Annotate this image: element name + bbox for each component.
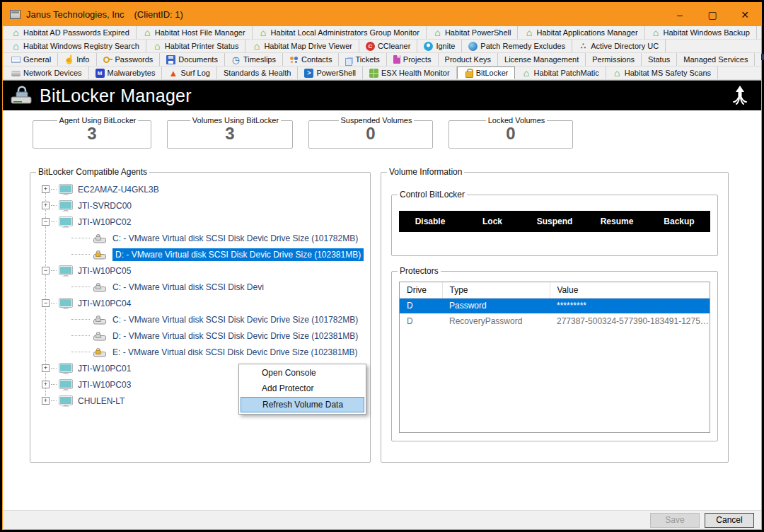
- expand-toggle[interactable]: +: [42, 185, 50, 193]
- tab-habitat-windows-registry-search[interactable]: ⌂Habitat Windows Registry Search: [5, 40, 146, 52]
- save-button[interactable]: Save: [650, 513, 700, 528]
- expand-toggle[interactable]: +: [42, 381, 50, 388]
- cancel-button[interactable]: Cancel: [705, 513, 754, 528]
- tab-product-keys[interactable]: Product Keys: [439, 53, 498, 66]
- tab-permissions[interactable]: Permissions: [586, 53, 642, 66]
- tree-drive-c-vmware-virtual-disk-sc[interactable]: C: - VMware Virtual disk SCSI Disk Devic…: [39, 230, 370, 246]
- home-icon: ⌂: [143, 28, 152, 37]
- tab-habitat-applications-manager[interactable]: ⌂Habitat Applications Manager: [518, 26, 644, 39]
- tree-connector: [51, 205, 57, 206]
- disable-button[interactable]: Disable: [399, 211, 461, 232]
- tree-connector: [71, 238, 90, 238]
- tab-timeslips[interactable]: ◷Timeslips: [225, 53, 283, 66]
- minimize-button[interactable]: –: [664, 3, 696, 26]
- tree-computer-jti-w10pc02[interactable]: −JTI-W10PC02: [39, 214, 370, 230]
- cell-type: Password: [442, 298, 550, 313]
- menu-item-refresh-volume-data[interactable]: Refresh Volume Data: [241, 397, 364, 412]
- tab-habitat-ms-safety-scans[interactable]: ⌂Habitat MS Safety Scans: [606, 66, 718, 79]
- tab-computers[interactable]: Computers: [755, 53, 764, 66]
- tree-computer-jti-w10pc05[interactable]: −JTI-W10PC05: [39, 262, 370, 279]
- tab-info[interactable]: ☝Info: [58, 53, 96, 66]
- tab-habitat-patchmatic[interactable]: ⌂Habitat PatchMatic: [515, 66, 606, 79]
- tab-network-devices[interactable]: Network Devices: [5, 66, 89, 79]
- stat-value: 3: [168, 125, 292, 143]
- tab-standards-health[interactable]: Standards & Health: [217, 66, 298, 79]
- tree-connector: [71, 287, 90, 287]
- tab-ccleaner[interactable]: CCCleaner: [359, 40, 417, 52]
- tab-label: Habitat Map Drive Viewer: [264, 42, 352, 50]
- tab-row-4: Network DevicesMMalwarebytes▲Surf LogSta…: [3, 66, 761, 80]
- main-content: Agent Using BitLocker3Volumes Using BitL…: [3, 110, 761, 510]
- maximize-button[interactable]: ▢: [696, 3, 729, 26]
- tab-status[interactable]: Status: [642, 53, 677, 66]
- tree-drive-e-vmware-virtual-disk-sc[interactable]: E: - VMware Virtual disk SCSI Disk Devic…: [39, 344, 370, 360]
- tab-habitat-powershell[interactable]: ⌂Habitat PowerShell: [427, 26, 519, 39]
- resume-button[interactable]: Resume: [586, 211, 648, 232]
- globe-icon: [468, 42, 478, 51]
- menu-item-open-console[interactable]: Open Console: [241, 366, 364, 381]
- backup-button[interactable]: Backup: [648, 211, 710, 232]
- tab-ignite[interactable]: Ignite: [417, 40, 462, 52]
- close-button[interactable]: ✕: [729, 3, 761, 26]
- suspend-button[interactable]: Suspend: [523, 211, 586, 232]
- protectors-listview: DriveTypeValue DPassword*********DRecove…: [399, 282, 710, 433]
- tree-computer-jti-w10pc04[interactable]: −JTI-W10PC04: [39, 295, 370, 311]
- tab-habitat-windows-backup[interactable]: ⌂Habitat Windows Backup: [645, 26, 757, 39]
- tab-managed-services[interactable]: Managed Services: [677, 53, 755, 66]
- drive-locked-icon: [93, 347, 108, 357]
- tree-drive-d-vmware-virtual-disk-sc[interactable]: D: - VMware Virtual disk SCSI Disk Devic…: [39, 246, 370, 262]
- tree-computer-jti-svrdc00[interactable]: +JTI-SVRDC00: [39, 197, 370, 214]
- tab-surf-log[interactable]: ▲Surf Log: [162, 66, 217, 79]
- tab-habitat-printer-status[interactable]: ⌂Habitat Printer Status: [146, 40, 246, 52]
- tab-contacts[interactable]: Contacts: [283, 53, 339, 66]
- tab-projects[interactable]: Projects: [387, 53, 439, 66]
- tree-connector: [51, 303, 57, 303]
- expand-toggle[interactable]: +: [42, 364, 50, 372]
- home-icon: ⌂: [259, 28, 268, 37]
- cell-value: *********: [550, 298, 710, 313]
- tab-habitat-ad-passwords-expired[interactable]: ⌂Habitat AD Passwords Expired: [5, 26, 137, 39]
- tree-drive-c-vmware-virtual-disk-sc[interactable]: C: - VMware Virtual disk SCSI Disk Devic…: [39, 311, 370, 328]
- home-icon: ⌂: [11, 28, 21, 37]
- column-header-type[interactable]: Type: [442, 282, 550, 298]
- drive-unlocked-icon: [93, 282, 108, 292]
- tab-label: Passwords: [115, 55, 154, 64]
- tab-malwarebytes[interactable]: MMalwarebytes: [89, 66, 163, 79]
- window-controls: – ▢ ✕: [664, 3, 761, 26]
- tab-label: Status: [648, 55, 670, 64]
- menu-item-add-protector[interactable]: Add Protector: [241, 381, 364, 397]
- tree-drive-d-vmware-virtual-disk-sc[interactable]: D: - VMware Virtual disk SCSI Disk Devic…: [39, 328, 370, 344]
- tree-node-label: JTI-W10PC01: [78, 364, 131, 374]
- tab-habitat-map-drive-viewer[interactable]: ⌂Habitat Map Drive Viewer: [245, 40, 359, 52]
- tab-habitat-host-file-manager[interactable]: ⌂Habitat Host File Manager: [137, 26, 253, 39]
- tree-node-label: C: - VMware Virtual disk SCSI Disk Devi: [112, 282, 264, 292]
- stat-label: Suspended Volumes: [339, 116, 415, 125]
- tab-documents[interactable]: Documents: [160, 53, 225, 66]
- tab-general[interactable]: General: [5, 53, 58, 66]
- tree-drive-c-vmware-virtual-disk-sc[interactable]: C: - VMware Virtual disk SCSI Disk Devi: [39, 279, 370, 295]
- tab-powershell[interactable]: >PowerShell: [298, 66, 363, 79]
- tab-bitlocker[interactable]: BitLocker: [457, 66, 516, 79]
- lock-button[interactable]: Lock: [461, 211, 523, 232]
- cell-drive: D: [400, 298, 442, 313]
- tab-habitat-local-administrators-group-monitor[interactable]: ⌂Habitat Local Administrators Group Moni…: [253, 26, 427, 39]
- expand-toggle[interactable]: −: [42, 299, 50, 307]
- expand-toggle[interactable]: +: [42, 202, 50, 209]
- home-icon: ⌂: [11, 42, 21, 51]
- column-header-drive[interactable]: Drive: [400, 282, 442, 298]
- protector-row-1[interactable]: DPassword*********: [400, 298, 710, 313]
- tab-passwords[interactable]: Passwords: [97, 53, 161, 66]
- tab-license-management[interactable]: License Management: [498, 53, 586, 66]
- tab-active-directory-uc[interactable]: ∴Active Directory UC: [572, 40, 666, 52]
- tab-label: Habitat Windows Backup: [664, 28, 750, 37]
- expand-toggle[interactable]: −: [42, 267, 50, 274]
- squid-icon[interactable]: [731, 85, 748, 106]
- tab-esx-health-monitor[interactable]: ESX Health Monitor: [363, 66, 457, 79]
- protector-row-2[interactable]: DRecoveryPassword277387-500324-577390-18…: [400, 313, 710, 329]
- column-header-value[interactable]: Value: [550, 282, 710, 298]
- tree-computer-ec2amaz-u4gkl3b[interactable]: +EC2AMAZ-U4GKL3B: [39, 181, 370, 197]
- expand-toggle[interactable]: +: [42, 397, 50, 405]
- tab-tickets[interactable]: Tickets: [339, 53, 386, 66]
- expand-toggle[interactable]: −: [42, 218, 50, 226]
- tab-patch-remedy-excludes[interactable]: Patch Remedy Excludes: [462, 40, 572, 52]
